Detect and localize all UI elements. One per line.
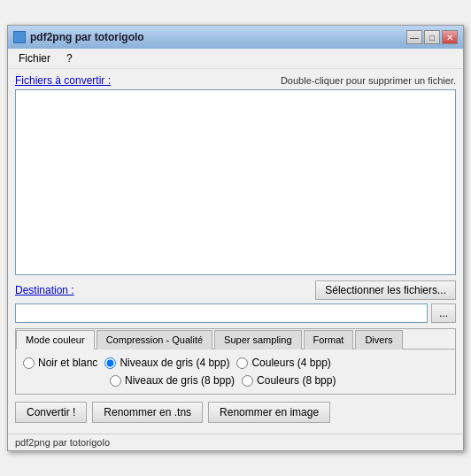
tab-divers[interactable]: Divers bbox=[355, 330, 402, 349]
main-content: Fichiers à convertir : Double-cliquer po… bbox=[8, 69, 463, 428]
destination-input[interactable] bbox=[15, 303, 428, 323]
menu-bar: Fichier ? bbox=[8, 49, 463, 69]
radio-input-bw[interactable] bbox=[23, 357, 35, 369]
tab-content-color-mode: Noir et blanc Niveaux de gris (4 bpp) Co… bbox=[16, 349, 455, 394]
radio-row-1: Noir et blanc Niveaux de gris (4 bpp) Co… bbox=[23, 357, 448, 369]
title-buttons: — □ ✕ bbox=[406, 30, 458, 44]
tab-format[interactable]: Format bbox=[304, 330, 354, 349]
color-mode-group: Noir et blanc Niveaux de gris (4 bpp) Co… bbox=[23, 357, 448, 387]
select-files-button[interactable]: Sélectionner les fichiers... bbox=[315, 280, 456, 300]
radio-color8[interactable]: Couleurs (8 bpp) bbox=[242, 374, 336, 387]
rename-tns-button[interactable]: Renommer en .tns bbox=[92, 402, 203, 423]
radio-gray8[interactable]: Niveaux de gris (8 bpp) bbox=[110, 374, 235, 387]
title-bar: pdf2png par totorigolo — □ ✕ bbox=[8, 26, 463, 49]
radio-noir-blanc[interactable]: Noir et blanc bbox=[23, 357, 97, 369]
tab-super-sampling[interactable]: Super sampling bbox=[214, 330, 301, 349]
double-click-hint: Double-cliquer pour supprimer un fichier… bbox=[281, 75, 456, 86]
rename-image-button[interactable]: Renommer en image bbox=[208, 402, 330, 423]
radio-row-2: Niveaux de gris (8 bpp) Couleurs (8 bpp) bbox=[23, 374, 448, 387]
destination-label[interactable]: Destination : bbox=[15, 284, 74, 296]
radio-color4[interactable]: Couleurs (4 bpp) bbox=[236, 357, 330, 369]
title-bar-left: pdf2png par totorigolo bbox=[13, 31, 144, 43]
radio-input-gray4[interactable] bbox=[104, 357, 116, 369]
radio-input-color8[interactable] bbox=[242, 375, 253, 387]
tab-mode-couleur[interactable]: Mode couleur bbox=[16, 330, 95, 349]
browse-button[interactable]: ... bbox=[431, 303, 456, 323]
convert-button[interactable]: Convertir ! bbox=[15, 402, 87, 423]
destination-row: Destination : Sélectionner les fichiers.… bbox=[15, 280, 456, 300]
buttons-row: Convertir ! Renommer en .tns Renommer en… bbox=[15, 402, 456, 423]
minimize-button[interactable]: — bbox=[406, 30, 422, 44]
radio-input-color4[interactable] bbox=[236, 357, 248, 369]
radio-input-gray8[interactable] bbox=[110, 375, 121, 387]
close-button[interactable]: ✕ bbox=[442, 30, 458, 44]
files-label[interactable]: Fichiers à convertir : bbox=[15, 74, 111, 87]
menu-help[interactable]: ? bbox=[63, 50, 76, 66]
radio-gray4[interactable]: Niveaux de gris (4 bpp) bbox=[104, 357, 229, 369]
tab-compression[interactable]: Compression - Qualité bbox=[97, 330, 212, 349]
status-text: pdf2png par totorigolo bbox=[15, 437, 110, 448]
status-bar: pdf2png par totorigolo bbox=[8, 434, 463, 450]
destination-input-row: ... bbox=[15, 303, 456, 323]
main-window: pdf2png par totorigolo — □ ✕ Fichier ? F… bbox=[7, 25, 464, 451]
maximize-button[interactable]: □ bbox=[424, 30, 440, 44]
app-icon bbox=[13, 31, 26, 43]
files-header: Fichiers à convertir : Double-cliquer po… bbox=[15, 74, 456, 87]
window-title: pdf2png par totorigolo bbox=[30, 31, 144, 43]
menu-fichier[interactable]: Fichier bbox=[15, 50, 54, 66]
files-list[interactable] bbox=[15, 89, 456, 275]
tabs-container: Mode couleur Compression - Qualité Super… bbox=[15, 328, 456, 395]
tabs-header: Mode couleur Compression - Qualité Super… bbox=[16, 329, 455, 349]
